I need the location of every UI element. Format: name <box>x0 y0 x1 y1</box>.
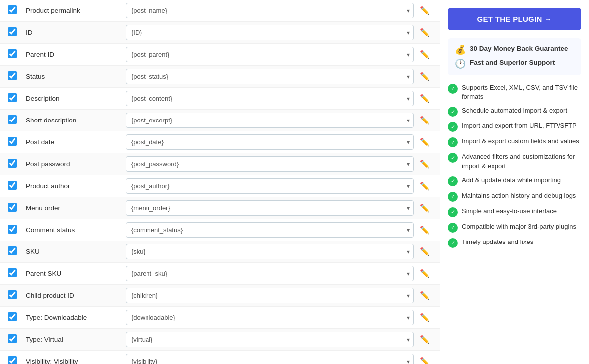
feature-text: Import and export from URL, FTP/SFTP <box>462 121 577 130</box>
edit-icon[interactable]: ✏️ <box>418 116 432 125</box>
field-label: Visibility: Visibility <box>26 358 126 364</box>
field-select-wrap: {parent_sku} ▾ <box>126 266 414 281</box>
field-checkbox[interactable] <box>8 246 17 255</box>
checkbox-cell <box>8 93 26 104</box>
field-select[interactable]: {parent_sku} <box>126 266 414 281</box>
check-icon: ✓ <box>448 153 458 163</box>
guarantee-text: 30 Day Money Back Guarantee <box>470 44 568 54</box>
field-select[interactable]: {visibility} <box>126 354 414 364</box>
field-checkbox[interactable] <box>8 159 17 168</box>
table-row: Type: Virtual {virtual} ▾ ✏️ <box>0 329 440 351</box>
field-select[interactable]: {children} <box>126 288 414 303</box>
check-icon: ✓ <box>448 107 458 117</box>
field-label: Comment status <box>26 226 126 234</box>
field-select[interactable]: {post_password} <box>126 156 414 172</box>
field-select-wrap: {post_status} ▾ <box>126 69 414 84</box>
field-checkbox[interactable] <box>8 268 17 277</box>
get-plugin-label: GET THE PLUGIN → <box>477 15 552 23</box>
field-select[interactable]: {post_name} <box>126 3 414 18</box>
field-checkbox[interactable] <box>8 225 17 234</box>
feature-item: ✓ Import and export from URL, FTP/SFTP <box>448 121 581 132</box>
field-label: Product author <box>26 182 126 190</box>
field-checkbox[interactable] <box>8 115 17 124</box>
field-checkbox[interactable] <box>8 137 17 146</box>
field-checkbox[interactable] <box>8 312 17 321</box>
field-select-wrap: {post_author} ▾ <box>126 178 414 194</box>
edit-icon[interactable]: ✏️ <box>418 28 432 37</box>
edit-icon[interactable]: ✏️ <box>418 269 432 278</box>
checkbox-cell <box>8 159 26 169</box>
field-select[interactable]: {sku} <box>126 244 414 259</box>
feature-text: Maintains action history and debug logs <box>462 191 576 200</box>
edit-icon[interactable]: ✏️ <box>418 72 432 81</box>
field-label: Type: Virtual <box>26 336 126 343</box>
field-select-wrap: {post_name} ▾ <box>126 3 414 18</box>
feature-text: Simple and easy-to-use interface <box>462 207 557 216</box>
field-label: Child product ID <box>26 292 126 299</box>
field-select[interactable]: {post_status} <box>126 69 414 84</box>
edit-icon[interactable]: ✏️ <box>418 313 432 322</box>
field-checkbox[interactable] <box>8 93 17 102</box>
edit-icon[interactable]: ✏️ <box>418 291 432 300</box>
edit-icon[interactable]: ✏️ <box>418 181 432 191</box>
checkbox-cell <box>8 268 26 279</box>
field-select[interactable]: {post_content} <box>126 91 414 106</box>
field-checkbox[interactable] <box>8 181 17 190</box>
field-checkbox[interactable] <box>8 334 17 343</box>
field-select[interactable]: {ID} <box>126 25 414 40</box>
field-select[interactable]: {downloadable} <box>126 310 414 325</box>
checkbox-cell <box>8 71 26 82</box>
field-select[interactable]: {virtual} <box>126 332 414 347</box>
field-select[interactable]: {post_author} <box>126 178 414 194</box>
field-checkbox[interactable] <box>8 203 17 212</box>
edit-icon[interactable]: ✏️ <box>418 50 432 59</box>
main-panel: Product permalink {post_name} ▾ ✏️ ID {I… <box>0 0 440 364</box>
checkbox-cell <box>8 27 26 38</box>
edit-icon[interactable]: ✏️ <box>418 159 432 169</box>
edit-icon[interactable]: ✏️ <box>418 335 432 344</box>
field-select-wrap: {post_date} ▾ <box>126 134 414 150</box>
field-select[interactable]: {menu_order} <box>126 200 414 216</box>
table-row: Visibility: Visibility {visibility} ▾ ✏️ <box>0 351 440 364</box>
checkbox-cell <box>8 49 26 60</box>
table-row: Child product ID {children} ▾ ✏️ <box>0 285 440 307</box>
edit-icon[interactable]: ✏️ <box>418 357 432 364</box>
field-select[interactable]: {post_date} <box>126 134 414 150</box>
get-plugin-button[interactable]: GET THE PLUGIN → <box>448 8 581 30</box>
edit-icon[interactable]: ✏️ <box>418 137 432 147</box>
edit-icon[interactable]: ✏️ <box>418 247 432 256</box>
edit-icon[interactable]: ✏️ <box>418 203 432 213</box>
table-row: Comment status {comment_status} ▾ ✏️ <box>0 219 440 241</box>
feature-item: ✓ Supports Excel, XML, CSV, and TSV file… <box>448 83 581 101</box>
field-select-wrap: {menu_order} ▾ <box>126 200 414 216</box>
field-select[interactable]: {post_parent} <box>126 47 414 62</box>
field-checkbox[interactable] <box>8 27 17 36</box>
field-checkbox[interactable] <box>8 71 17 80</box>
field-label: Post password <box>26 160 126 168</box>
field-select[interactable]: {comment_status} <box>126 222 414 238</box>
checkbox-cell <box>8 225 26 235</box>
field-label: Type: Downloadable <box>26 314 126 321</box>
feature-text: Schedule automated import & export <box>462 106 567 115</box>
checkbox-cell <box>8 334 26 345</box>
check-icon: ✓ <box>448 238 458 248</box>
field-checkbox[interactable] <box>8 290 17 299</box>
field-select-wrap: {post_password} ▾ <box>126 156 414 172</box>
field-select-wrap: {visibility} ▾ <box>126 354 414 364</box>
edit-icon[interactable]: ✏️ <box>418 94 432 103</box>
edit-icon[interactable]: ✏️ <box>418 6 432 15</box>
feature-item: ✓ Advanced filters and customizations fo… <box>448 152 581 170</box>
feature-item: ✓ Import & export custom fields and valu… <box>448 137 581 147</box>
edit-icon[interactable]: ✏️ <box>418 225 432 235</box>
checkbox-cell <box>8 5 26 16</box>
field-label: ID <box>26 29 126 36</box>
check-icon: ✓ <box>448 84 458 94</box>
checkbox-cell <box>8 137 26 147</box>
field-checkbox[interactable] <box>8 356 17 364</box>
feature-text: Compatible with major 3rd-party plugins <box>462 222 576 231</box>
field-checkbox[interactable] <box>8 5 17 14</box>
feature-item: ✓ Simple and easy-to-use interface <box>448 207 581 217</box>
field-checkbox[interactable] <box>8 49 17 58</box>
check-icon: ✓ <box>448 137 458 147</box>
field-select[interactable]: {post_excerpt} <box>126 113 414 128</box>
